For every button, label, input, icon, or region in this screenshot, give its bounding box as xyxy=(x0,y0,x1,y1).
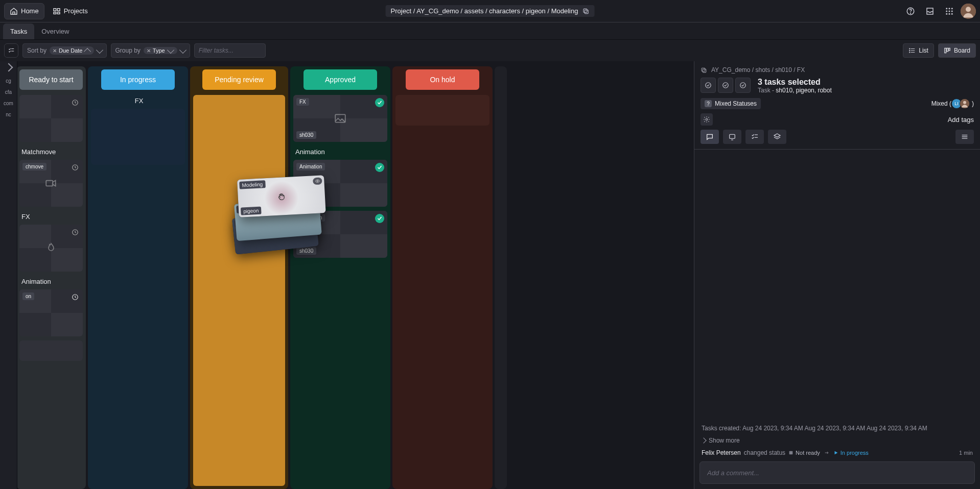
clock-icon xyxy=(71,292,80,302)
add-tags-button[interactable]: Add tags xyxy=(948,116,974,124)
projects-icon xyxy=(53,7,61,15)
task-card[interactable] xyxy=(19,95,83,142)
checkbox-button[interactable] xyxy=(701,78,716,93)
task-badge: sh030 xyxy=(296,247,316,255)
status-from: Not ready xyxy=(788,450,820,456)
projects-button[interactable]: Projects xyxy=(48,3,93,19)
panel-tabs xyxy=(701,130,974,144)
drop-zone-active[interactable] xyxy=(193,95,285,486)
clock-icon xyxy=(71,163,80,172)
tab-checklist[interactable] xyxy=(745,130,764,144)
board-scroll[interactable]: Ready to start Matchmove chmove xyxy=(17,61,694,489)
expand-sidebar-button[interactable] xyxy=(4,63,13,72)
inbox-button[interactable] xyxy=(922,3,938,19)
column-title: Ready to start xyxy=(29,76,73,84)
svg-point-18 xyxy=(966,7,971,12)
list-label: List xyxy=(919,47,928,54)
toolbar: Sort by ✕ Due Date Group by ✕ Type List xyxy=(0,40,980,61)
svg-point-7 xyxy=(911,13,911,13)
copy-icon[interactable] xyxy=(582,8,589,15)
activity-time: 1 min xyxy=(959,450,973,456)
chevron-down-icon xyxy=(167,46,174,54)
column-ready: Ready to start Matchmove chmove xyxy=(17,66,86,489)
status-pill[interactable]: ? Mixed Statuses xyxy=(701,98,761,109)
panel-menu-button[interactable] xyxy=(955,130,974,144)
task-card[interactable]: chmove xyxy=(19,160,83,207)
svg-point-12 xyxy=(949,10,950,12)
left-tag: cfa xyxy=(5,89,12,96)
close-icon[interactable]: ✕ xyxy=(53,48,57,54)
page-tabs: Tasks Overview xyxy=(0,22,980,40)
inbox-icon xyxy=(925,7,935,16)
tasks-created-meta: Tasks created: Aug 24 2023, 9:34 AM Aug … xyxy=(702,425,973,432)
checkbox-button[interactable] xyxy=(735,78,751,93)
assignee-close: ) xyxy=(972,100,974,107)
column-progress: In progress FX xyxy=(88,66,188,489)
home-label: Home xyxy=(21,7,39,15)
svg-point-35 xyxy=(723,83,729,88)
question-icon: ? xyxy=(705,100,712,107)
board-view-button[interactable]: Board xyxy=(938,43,976,58)
square-icon xyxy=(788,450,794,455)
svg-rect-1 xyxy=(57,8,60,11)
svg-rect-3 xyxy=(57,12,60,14)
list-view-button[interactable]: List xyxy=(903,43,934,58)
drop-zone[interactable] xyxy=(395,95,489,126)
filter-input[interactable] xyxy=(194,43,266,58)
task-card[interactable]: on xyxy=(19,289,83,336)
column-hold: On hold xyxy=(392,66,493,489)
group-by-button[interactable]: Group by ✕ Type xyxy=(111,43,190,58)
tab-versions[interactable] xyxy=(768,130,786,144)
svg-point-16 xyxy=(951,13,953,14)
tab-comments[interactable] xyxy=(701,130,719,144)
breadcrumb[interactable]: Project / AY_CG_demo / assets / characte… xyxy=(386,5,595,17)
camera-icon xyxy=(44,177,58,190)
status-from-label: Not ready xyxy=(796,450,820,456)
sort-by-button[interactable]: Sort by ✕ Due Date xyxy=(22,43,107,58)
user-avatar[interactable] xyxy=(961,4,976,19)
assignee-label: Mixed ( xyxy=(931,100,951,107)
task-thumbnail: on xyxy=(19,289,83,336)
chat-icon xyxy=(706,133,714,141)
checklist-icon xyxy=(751,133,759,141)
drop-zone[interactable] xyxy=(91,109,185,165)
apps-button[interactable] xyxy=(941,3,958,19)
comment-input[interactable] xyxy=(707,469,967,477)
svg-point-34 xyxy=(706,83,711,88)
task-card[interactable]: Animation sh030 xyxy=(293,211,387,258)
left-strip: cg cfa com nc xyxy=(0,61,17,489)
show-more-button[interactable]: Show more xyxy=(702,437,973,444)
svg-rect-32 xyxy=(703,69,706,72)
task-badge: Animation xyxy=(296,163,325,170)
column-approved: Approved FX sh030 Animation Anim xyxy=(290,66,390,489)
column-header: Pending review xyxy=(202,69,276,90)
task-badge: chmove xyxy=(22,163,46,170)
home-button[interactable]: Home xyxy=(4,3,44,19)
help-button[interactable] xyxy=(902,3,919,19)
tab-overview[interactable]: Overview xyxy=(34,23,76,39)
more-actions-button[interactable] xyxy=(701,113,713,126)
task-card[interactable] xyxy=(19,225,83,272)
close-icon[interactable]: ✕ xyxy=(147,48,151,54)
tab-activity[interactable] xyxy=(723,130,741,144)
svg-point-11 xyxy=(946,10,947,12)
menu-icon xyxy=(961,133,969,141)
task-card[interactable] xyxy=(19,340,83,361)
comment-box[interactable] xyxy=(699,461,975,484)
column-title: On hold xyxy=(430,76,455,84)
task-card[interactable]: FX sh030 xyxy=(293,95,387,142)
avatar-stack[interactable]: LI xyxy=(953,99,970,109)
copy-icon[interactable] xyxy=(701,67,707,74)
projects-label: Projects xyxy=(64,7,88,15)
sort-by-label: Sort by xyxy=(27,47,46,54)
svg-rect-2 xyxy=(54,12,56,14)
tab-tasks[interactable]: Tasks xyxy=(3,23,34,39)
check-icon xyxy=(375,214,384,223)
task-card[interactable]: Animation sh020 xyxy=(293,160,387,207)
check-icon xyxy=(375,98,384,107)
select-mode-button[interactable] xyxy=(4,43,18,58)
svg-rect-4 xyxy=(585,10,588,13)
checkbox-button[interactable] xyxy=(718,78,733,93)
task-badge: Animation xyxy=(296,214,325,222)
task-thumbnail: Animation sh020 xyxy=(293,160,387,207)
